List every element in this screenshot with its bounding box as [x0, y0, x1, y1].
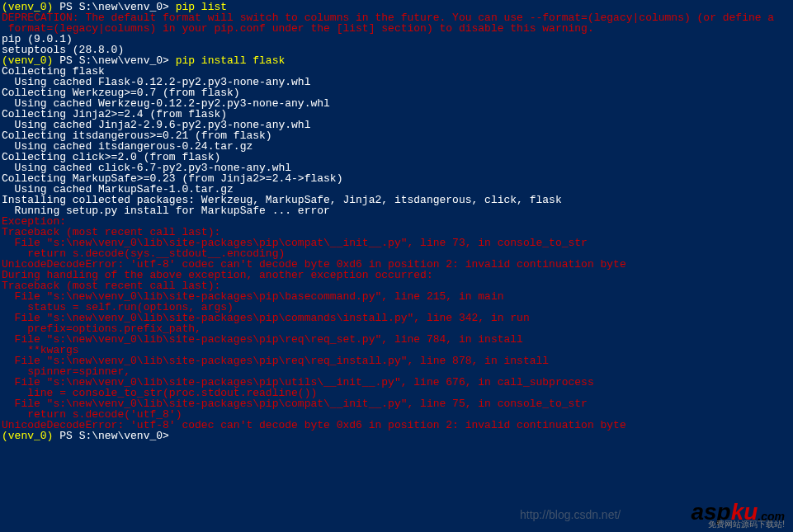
terminal-line[interactable]: (venv_0) PS S:\new\venv_0> pip install f… [2, 55, 791, 66]
output-line: Running setup.py install for MarkupSafe … [2, 205, 791, 216]
path-prompt: PS S:\new\venv_0> [53, 430, 175, 442]
deprecation-warning: format=(legacy|columns) in your pip.conf… [2, 23, 791, 34]
error-line: File "s:\new\venv_0\lib\site-packages\pi… [2, 334, 791, 345]
terminal-line[interactable]: (venv_0) PS S:\new\venv_0> [2, 431, 791, 441]
logo-subtext: 免费网站源码下载站! [708, 520, 785, 529]
watermark-url: http://blog.csdn.net/ [520, 509, 621, 520]
venv-prompt: (venv_0) [2, 430, 53, 442]
command: pip install flask [176, 54, 286, 67]
